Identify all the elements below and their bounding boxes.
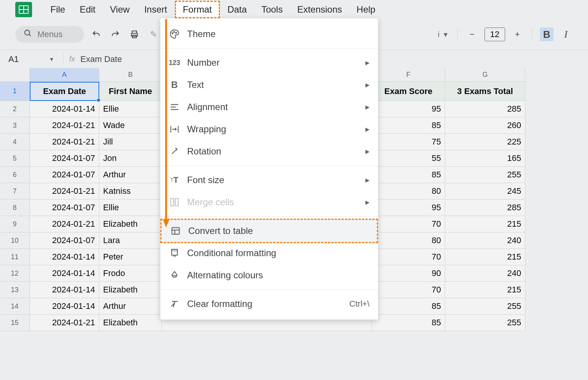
menu-alternating-colours[interactable]: Alternating colours bbox=[160, 264, 378, 286]
cell[interactable]: 255 bbox=[445, 315, 525, 331]
cell[interactable]: 70 bbox=[372, 282, 445, 298]
cell[interactable]: 80 bbox=[372, 232, 445, 249]
cell[interactable]: 240 bbox=[445, 265, 525, 282]
col-header-A[interactable]: A bbox=[30, 68, 99, 82]
cell[interactable]: 70 bbox=[372, 216, 445, 232]
cell[interactable]: Katniss bbox=[99, 183, 162, 200]
cell[interactable]: 245 bbox=[445, 183, 525, 200]
menu-conditional-formatting[interactable]: Conditional formatting bbox=[160, 242, 378, 264]
cell[interactable]: 240 bbox=[445, 232, 525, 249]
row-header[interactable]: 13 bbox=[0, 282, 30, 298]
menu-format[interactable]: Format bbox=[175, 1, 220, 18]
cell[interactable]: 85 bbox=[372, 117, 445, 134]
menu-clear-formatting[interactable]: Clear formatting Ctrl+\ bbox=[160, 293, 378, 315]
cell-G1[interactable]: 3 Exams Total bbox=[445, 82, 525, 101]
formula-content[interactable]: Exam Date bbox=[81, 54, 122, 64]
cell[interactable]: 2024-01-21 bbox=[30, 134, 99, 150]
menu-file[interactable]: File bbox=[44, 2, 72, 17]
cell[interactable]: 2024-01-21 bbox=[30, 315, 99, 331]
cell[interactable]: 2024-01-07 bbox=[30, 167, 99, 183]
font-size-increase[interactable]: + bbox=[510, 28, 524, 41]
cell[interactable]: 2024-01-21 bbox=[30, 216, 99, 232]
row-header[interactable]: 8 bbox=[0, 200, 30, 216]
col-header-G[interactable]: G bbox=[445, 68, 525, 82]
cell[interactable]: Ellie bbox=[99, 101, 162, 117]
cell[interactable]: Jill bbox=[99, 134, 162, 150]
row-header[interactable]: 6 bbox=[0, 167, 30, 183]
cell[interactable]: 255 bbox=[445, 298, 525, 315]
cell[interactable]: 75 bbox=[372, 134, 445, 150]
cell[interactable]: Frodo bbox=[99, 265, 162, 282]
cell[interactable]: 85 bbox=[372, 167, 445, 183]
sheets-logo[interactable] bbox=[15, 2, 32, 17]
cell[interactable]: Elizabeth bbox=[99, 216, 162, 232]
cell[interactable]: 260 bbox=[445, 117, 525, 134]
cell[interactable]: 285 bbox=[445, 200, 525, 216]
cell[interactable]: Arthur bbox=[99, 298, 162, 315]
menu-font-size[interactable]: TT Font size ▶ bbox=[160, 169, 378, 191]
print-button[interactable] bbox=[128, 28, 141, 41]
cell[interactable]: Ellie bbox=[99, 200, 162, 216]
menu-insert[interactable]: Insert bbox=[137, 2, 174, 17]
cell[interactable]: 2024-01-14 bbox=[30, 298, 99, 315]
row-header[interactable]: 15 bbox=[0, 315, 30, 331]
menu-convert-to-table[interactable]: Convert to table bbox=[160, 219, 378, 243]
paint-format-button[interactable]: ✎ bbox=[147, 28, 160, 41]
font-dropdown[interactable]: i ▾ bbox=[436, 28, 450, 41]
cell[interactable]: 70 bbox=[372, 249, 445, 265]
menu-search-input[interactable] bbox=[37, 29, 76, 39]
menu-tools[interactable]: Tools bbox=[254, 2, 289, 17]
row-header[interactable]: 10 bbox=[0, 232, 30, 249]
cell[interactable]: 215 bbox=[445, 216, 525, 232]
row-header[interactable]: 4 bbox=[0, 134, 30, 150]
cell[interactable]: Elizabeth bbox=[99, 282, 162, 298]
name-box[interactable]: A1 ▼ bbox=[5, 54, 58, 64]
cell[interactable]: 85 bbox=[372, 298, 445, 315]
col-header-B[interactable]: B bbox=[99, 68, 162, 82]
cell[interactable]: 95 bbox=[372, 101, 445, 117]
select-all-corner[interactable] bbox=[0, 68, 30, 82]
cell[interactable]: 2024-01-21 bbox=[30, 183, 99, 200]
cell[interactable]: Arthur bbox=[99, 167, 162, 183]
menu-theme[interactable]: Theme bbox=[160, 23, 378, 45]
row-header[interactable]: 14 bbox=[0, 298, 30, 315]
cell-F1[interactable]: Exam Score bbox=[372, 82, 445, 101]
menu-wrapping[interactable]: Wrapping ▶ bbox=[160, 118, 378, 140]
cell[interactable]: 90 bbox=[372, 265, 445, 282]
cell[interactable]: 80 bbox=[372, 183, 445, 200]
cell[interactable]: 2024-01-21 bbox=[30, 117, 99, 134]
cell[interactable]: 285 bbox=[445, 101, 525, 117]
cell[interactable]: Peter bbox=[99, 249, 162, 265]
row-header[interactable]: 3 bbox=[0, 117, 30, 134]
menu-extensions[interactable]: Extensions bbox=[290, 2, 349, 17]
cell[interactable]: 2024-01-07 bbox=[30, 200, 99, 216]
cell[interactable]: 225 bbox=[445, 134, 525, 150]
font-size-decrease[interactable]: − bbox=[465, 28, 479, 41]
menu-rotation[interactable]: Rotation ▶ bbox=[160, 140, 378, 162]
cell[interactable]: 255 bbox=[445, 167, 525, 183]
menu-alignment[interactable]: Alignment ▶ bbox=[160, 96, 378, 118]
menu-edit[interactable]: Edit bbox=[73, 2, 102, 17]
cell[interactable]: 2024-01-07 bbox=[30, 232, 99, 249]
row-header[interactable]: 12 bbox=[0, 265, 30, 282]
row-header[interactable]: 7 bbox=[0, 183, 30, 200]
cell[interactable]: Wade bbox=[99, 117, 162, 134]
cell[interactable]: 2024-01-07 bbox=[30, 150, 99, 167]
cell-A1[interactable]: Exam Date bbox=[30, 82, 99, 101]
selection-handle[interactable] bbox=[97, 98, 100, 102]
cell[interactable]: 95 bbox=[372, 200, 445, 216]
cell[interactable]: 55 bbox=[372, 150, 445, 167]
menu-search[interactable] bbox=[15, 26, 84, 43]
cell[interactable]: 215 bbox=[445, 249, 525, 265]
cell[interactable]: 215 bbox=[445, 282, 525, 298]
menu-help[interactable]: Help bbox=[350, 2, 382, 17]
cell[interactable]: Jon bbox=[99, 150, 162, 167]
font-size-input[interactable]: 12 bbox=[485, 28, 505, 41]
italic-button[interactable]: I bbox=[559, 28, 573, 41]
row-header[interactable]: 2 bbox=[0, 101, 30, 117]
cell[interactable]: 2024-01-14 bbox=[30, 282, 99, 298]
col-header-F[interactable]: F bbox=[372, 68, 445, 82]
cell[interactable]: Lara bbox=[99, 232, 162, 249]
redo-button[interactable] bbox=[108, 28, 122, 41]
menu-data[interactable]: Data bbox=[221, 2, 254, 17]
